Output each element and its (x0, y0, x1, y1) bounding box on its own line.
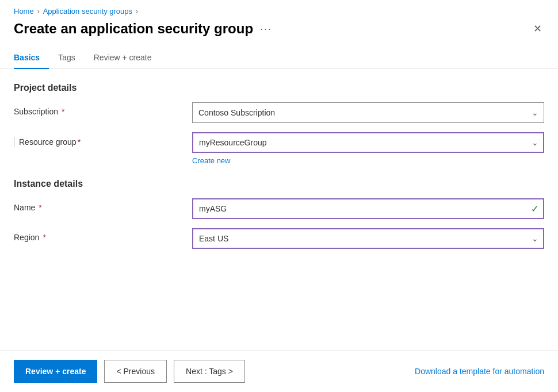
page-title: Create an application security group (14, 21, 253, 37)
breadcrumb-section[interactable]: Application security groups (43, 7, 132, 16)
resource-group-required: * (78, 137, 81, 147)
subscription-control: Contoso Subscription ⌄ (192, 102, 544, 123)
subscription-label: Subscription * (14, 102, 192, 116)
breadcrumb-sep-1: › (37, 7, 40, 16)
subscription-row: Subscription * Contoso Subscription ⌄ (14, 102, 544, 123)
resource-group-label-area: Resource group * (14, 132, 192, 147)
region-row: Region * East US ⌄ (14, 228, 544, 249)
previous-button[interactable]: < Previous (104, 360, 167, 383)
name-required: * (39, 203, 41, 212)
close-button[interactable]: ✕ (531, 20, 544, 37)
name-row: Name * ✓ (14, 198, 544, 219)
more-options-button[interactable]: ··· (260, 23, 272, 35)
name-valid-icon: ✓ (531, 203, 538, 214)
resource-group-select-wrapper: myResourceGroup ⌄ (192, 132, 544, 153)
form-content: Project details Subscription * Contoso S… (0, 83, 558, 249)
breadcrumb-sep-2: › (136, 7, 138, 16)
project-details-title: Project details (14, 83, 544, 93)
region-control: East US ⌄ (192, 228, 544, 249)
resource-group-control: myResourceGroup ⌄ Create new (192, 132, 544, 165)
create-new-link[interactable]: Create new (192, 156, 230, 165)
download-template-link[interactable]: Download a template for automation (415, 367, 544, 376)
page-header: Create an application security group ···… (0, 20, 558, 47)
name-control: ✓ (192, 198, 544, 219)
tab-basics[interactable]: Basics (14, 47, 49, 69)
tab-review-create[interactable]: Review + create (94, 47, 161, 69)
name-input-wrapper: ✓ (192, 198, 544, 219)
name-input[interactable] (192, 198, 544, 219)
region-select[interactable]: East US (192, 228, 544, 249)
next-button[interactable]: Next : Tags > (174, 360, 245, 383)
subscription-required: * (62, 107, 64, 116)
subscription-select-wrapper: Contoso Subscription ⌄ (192, 102, 544, 123)
footer: Review + create < Previous Next : Tags >… (0, 350, 558, 392)
review-create-button[interactable]: Review + create (14, 360, 97, 383)
subscription-select[interactable]: Contoso Subscription (192, 102, 544, 123)
breadcrumb: Home › Application security groups › (0, 0, 558, 20)
instance-details-title: Instance details (14, 179, 544, 189)
region-required: * (43, 233, 45, 242)
breadcrumb-home[interactable]: Home (14, 7, 34, 16)
tab-bar: Basics Tags Review + create (0, 47, 558, 69)
tab-tags[interactable]: Tags (58, 47, 85, 69)
resource-group-select[interactable]: myResourceGroup (192, 132, 544, 153)
region-select-wrapper: East US ⌄ (192, 228, 544, 249)
resource-group-row: Resource group * myResourceGroup ⌄ Creat… (14, 132, 544, 165)
name-label: Name * (14, 198, 192, 212)
region-label: Region * (14, 228, 192, 242)
